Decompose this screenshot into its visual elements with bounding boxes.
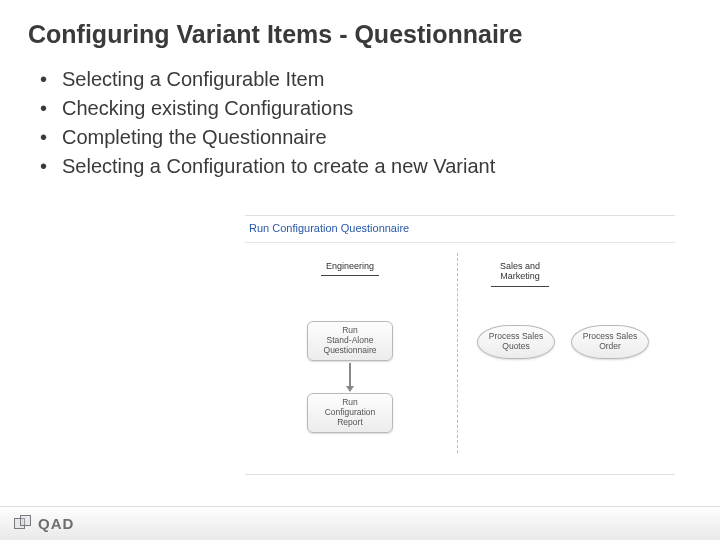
bullet-list: Selecting a Configurable Item Checking e… <box>0 63 720 181</box>
lane-header-engineering: Engineering <box>305 261 395 276</box>
lane-divider-icon <box>457 253 458 453</box>
lane-label: Sales and Marketing <box>500 261 540 281</box>
node-process-sales-quotes: Process Sales Quotes <box>477 325 555 359</box>
arrow-down-icon <box>349 363 351 391</box>
list-item: Selecting a Configurable Item <box>40 65 692 94</box>
page-title: Configuring Variant Items - Questionnair… <box>0 0 720 63</box>
workflow-diagram: Run Configuration Questionnaire Engineer… <box>245 215 675 475</box>
swimlanes: Engineering Sales and Marketing Run Stan… <box>245 243 675 453</box>
lane-header-sales-marketing: Sales and Marketing <box>475 261 565 287</box>
slide: Configuring Variant Items - Questionnair… <box>0 0 720 540</box>
node-run-standalone-questionnaire: Run Stand-Alone Questionnaire <box>307 321 393 361</box>
qad-logo-icon <box>14 515 32 533</box>
node-process-sales-order: Process Sales Order <box>571 325 649 359</box>
diagram-heading: Run Configuration Questionnaire <box>245 216 675 243</box>
list-item: Completing the Questionnaire <box>40 123 692 152</box>
lane-label: Engineering <box>326 261 374 271</box>
underline-icon <box>321 275 379 276</box>
brand-text: QAD <box>38 515 74 532</box>
node-run-configuration-report: Run Configuration Report <box>307 393 393 433</box>
footer-bar: QAD <box>0 506 720 540</box>
list-item: Selecting a Configuration to create a ne… <box>40 152 692 181</box>
underline-icon <box>491 286 549 287</box>
list-item: Checking existing Configurations <box>40 94 692 123</box>
